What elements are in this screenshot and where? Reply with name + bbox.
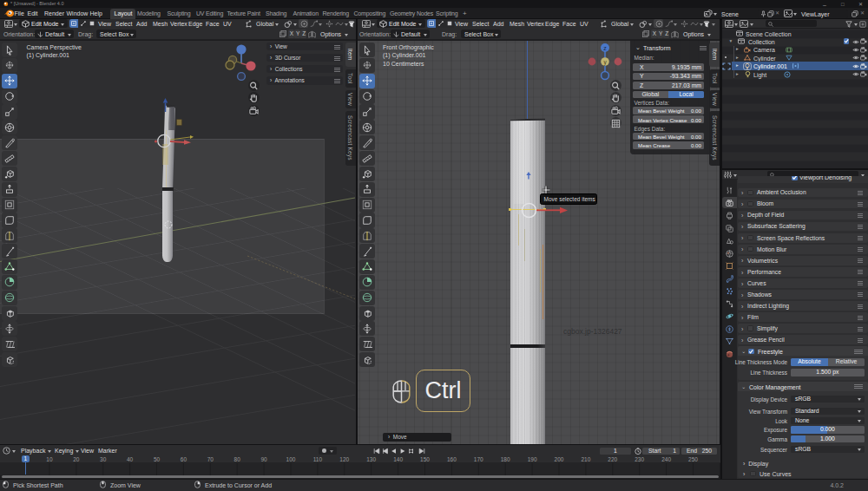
svg-text:z: z (603, 44, 607, 50)
